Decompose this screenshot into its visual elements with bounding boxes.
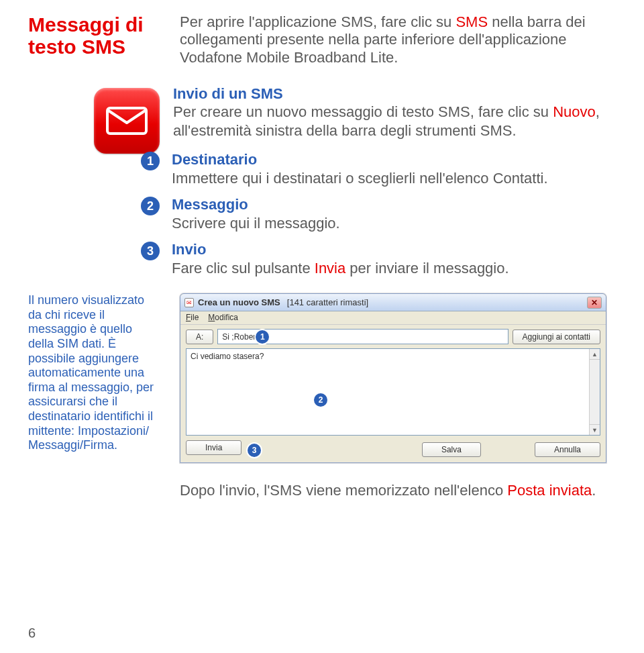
step-3-body-post: per inviare il messaggio.: [345, 260, 508, 277]
intro-t1: Per aprire l'applicazione SMS, fare clic…: [180, 13, 455, 30]
after-red: Posta inviata: [507, 482, 592, 499]
dialog-app-icon: ✉: [184, 298, 194, 307]
send-button[interactable]: Invia: [186, 440, 241, 455]
close-button[interactable]: ✕: [587, 297, 602, 309]
cancel-button[interactable]: Annulla: [535, 442, 600, 457]
step-2-body: Scrivere qui il messaggio.: [172, 215, 340, 232]
callout-2-badge: 2: [314, 393, 327, 407]
dialog-menu: File Modifica: [180, 311, 606, 325]
envelope-icon: [106, 107, 148, 135]
step-1-title: Destinatario: [172, 151, 257, 168]
step-3-title: Invio: [172, 241, 206, 258]
callout-1-badge: 1: [256, 330, 269, 344]
save-button[interactable]: Salva: [422, 442, 481, 457]
step-2-row: 2 Messaggio Scrivere qui il messaggio.: [141, 195, 616, 232]
intro-text: Per aprire l'applicazione SMS, fare clic…: [180, 13, 616, 66]
dialog-chars-remaining: [141 caratteri rimasti]: [287, 297, 368, 307]
step-3-row: 3 Invio Fare clic sul pulsante Invia per…: [141, 240, 616, 277]
menu-mod-u: M: [208, 313, 215, 322]
menu-file[interactable]: File: [186, 313, 199, 323]
intro-sms: SMS: [455, 13, 488, 30]
after-t2: .: [592, 482, 596, 499]
after-t1: Dopo l'invio, l'SMS viene memorizzato ne…: [180, 482, 507, 499]
message-value: Ci vediamo stasera?: [191, 352, 264, 361]
add-contacts-button[interactable]: Aggiungi ai contatti: [513, 330, 600, 344]
step-3-body-red: Invia: [315, 260, 345, 277]
step-1-badge: 1: [141, 152, 160, 170]
section-invio-heading: Invio di un SMS: [173, 85, 616, 103]
sim-note: Il numero visualizzato da chi riceve il …: [28, 293, 160, 499]
step-2-badge: 2: [141, 197, 160, 215]
to-button[interactable]: A:: [186, 330, 213, 344]
sec1-nuovo: Nuovo: [553, 103, 596, 120]
step-1-body: Immettere qui i destinatari o sceglierli…: [172, 170, 548, 187]
svg-rect-0: [107, 108, 146, 134]
scroll-up-icon[interactable]: ▲: [590, 349, 600, 360]
step-1-row: 1 Destinatario Immettere qui i destinata…: [141, 150, 616, 187]
close-icon: ✕: [591, 298, 598, 307]
callout-3-badge: 3: [248, 444, 261, 457]
sec1-b1: Per creare un nuovo messaggio di testo S…: [173, 103, 553, 120]
step-3-body-pre: Fare clic sul pulsante: [172, 260, 315, 277]
after-send-note: Dopo l'invio, l'SMS viene memorizzato ne…: [180, 482, 616, 499]
menu-modifica[interactable]: Modifica: [208, 313, 238, 323]
message-textarea[interactable]: Ci vediamo stasera? 2 ▲ ▼: [186, 348, 600, 436]
step-3-badge: 3: [141, 242, 160, 260]
dialog-titlebar: ✉ Crea un nuovo SMS [141 caratteri rimas…: [180, 294, 606, 311]
sms-dialog: ✉ Crea un nuovo SMS [141 caratteri rimas…: [180, 293, 606, 463]
scrollbar[interactable]: ▲ ▼: [589, 349, 600, 435]
to-input[interactable]: Si ;Roberto; 1: [217, 329, 508, 344]
page-title: Messaggi di testo SMS: [28, 13, 160, 58]
scroll-down-icon[interactable]: ▼: [590, 424, 600, 435]
page-number: 6: [28, 625, 36, 641]
step-2-title: Messaggio: [172, 196, 248, 213]
dialog-title: Crea un nuovo SMS: [198, 297, 280, 307]
section-invio-body: Per creare un nuovo messaggio di testo S…: [173, 103, 616, 140]
menu-file-u: F: [186, 313, 191, 322]
sms-app-icon: [94, 88, 160, 154]
